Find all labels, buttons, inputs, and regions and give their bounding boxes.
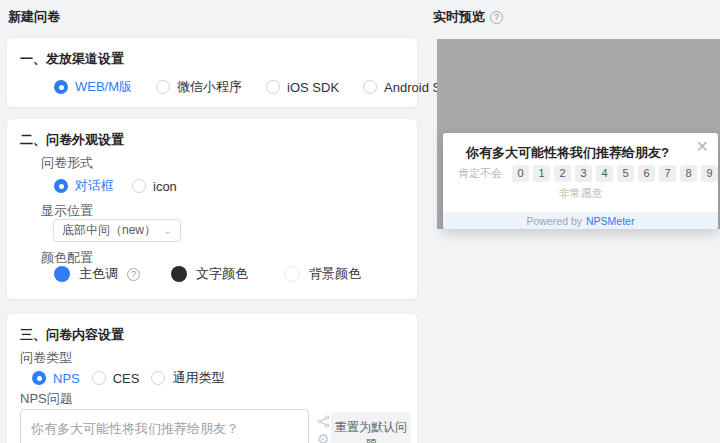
live-preview-label: 实时预览 xyxy=(433,8,485,26)
radio-icon xyxy=(363,80,377,94)
content-settings-card: 三、问卷内容设置 问卷类型 NPS CES 通用类型 NPS问题 你有多大可能性… xyxy=(6,313,418,443)
nps-score-1[interactable]: 1 xyxy=(533,165,550,182)
nps-question-input[interactable]: 你有多大可能性将我们推荐给朋友？ xyxy=(20,409,309,443)
preview-footer: Powered by NPSMeter xyxy=(443,212,718,229)
preview-question-text: 你有多大可能性将我们推荐给朋友? xyxy=(443,144,692,162)
radio-icon xyxy=(54,80,68,94)
powered-by-label: Powered by xyxy=(527,215,582,227)
radio-icon xyxy=(266,80,280,94)
radio-dialog[interactable]: 对话框 xyxy=(54,177,114,195)
nps-preview-card: 你有多大可能性将我们推荐给朋友? ✕ 肯定不会 0 1 2 3 4 5 6 7 … xyxy=(443,133,718,229)
npsmeter-brand-link[interactable]: NPSMeter xyxy=(586,215,634,227)
radio-label: 通用类型 xyxy=(172,369,224,387)
position-label: 显示位置 xyxy=(41,202,93,220)
nps-score-4[interactable]: 4 xyxy=(596,165,613,182)
position-select[interactable]: 底部中间（new） ⌄ xyxy=(53,219,181,242)
live-preview-title: 实时预览 ? xyxy=(433,8,503,26)
radio-icon xyxy=(132,179,146,193)
swatch-label: 文字颜色 xyxy=(196,265,248,283)
question-mark-icon[interactable]: ? xyxy=(490,11,503,24)
radio-generic-type[interactable]: 通用类型 xyxy=(151,369,224,387)
form-style-label: 问卷形式 xyxy=(41,154,93,172)
swatch-label: 主色调 xyxy=(79,265,118,283)
radio-ces[interactable]: CES xyxy=(92,371,140,386)
radio-label: iOS SDK xyxy=(287,80,339,95)
channel-radio-group: WEB/M版 微信小程序 iOS SDK Android SDK xyxy=(54,78,459,96)
nps-score-5[interactable]: 5 xyxy=(617,165,634,182)
radio-icon xyxy=(54,179,68,193)
section-title-appearance: 二、问卷外观设置 xyxy=(20,131,124,149)
color-swatch-primary[interactable]: 主色调 ? xyxy=(54,265,171,283)
scale-low-label: 肯定不会 xyxy=(458,166,502,181)
nps-score-2[interactable]: 2 xyxy=(554,165,571,182)
radio-nps[interactable]: NPS xyxy=(32,371,80,386)
survey-type-radio-group: NPS CES 通用类型 xyxy=(32,369,224,387)
nps-score-3[interactable]: 3 xyxy=(575,165,592,182)
nps-score-8[interactable]: 8 xyxy=(680,165,697,182)
close-icon[interactable]: ✕ xyxy=(696,139,709,155)
primary-color-swatch-icon xyxy=(54,266,70,282)
page-title: 新建问卷 xyxy=(8,8,60,26)
chevron-down-icon: ⌄ xyxy=(164,226,172,236)
radio-icon-style[interactable]: icon xyxy=(132,179,177,194)
radio-ios-sdk[interactable]: iOS SDK xyxy=(266,80,339,95)
color-swatch-background[interactable]: 背景颜色 xyxy=(284,265,361,283)
radio-icon xyxy=(32,371,46,385)
radio-label: icon xyxy=(153,179,177,194)
gear-icon[interactable]: ⚙ xyxy=(317,432,330,443)
section-title-channel: 一、发放渠道设置 xyxy=(20,50,124,68)
radio-icon xyxy=(151,371,165,385)
share-icon[interactable] xyxy=(317,415,330,428)
survey-type-label: 问卷类型 xyxy=(20,349,72,367)
form-style-radio-group: 对话框 icon xyxy=(54,177,177,195)
channel-settings-card: 一、发放渠道设置 WEB/M版 微信小程序 iOS SDK Android SD… xyxy=(6,37,418,108)
radio-label: NPS xyxy=(53,371,80,386)
scale-high-label: 非常愿意 xyxy=(443,186,718,201)
nps-scale-row: 肯定不会 0 1 2 3 4 5 6 7 8 9 10 xyxy=(458,163,720,183)
text-color-swatch-icon xyxy=(171,266,187,282)
radio-wechat-miniprogram[interactable]: 微信小程序 xyxy=(156,78,242,96)
radio-icon xyxy=(156,80,170,94)
position-select-value: 底部中间（new） xyxy=(62,222,156,239)
nps-question-label: NPS问题 xyxy=(20,390,73,408)
radio-web-m[interactable]: WEB/M版 xyxy=(54,78,132,96)
color-swatch-text[interactable]: 文字颜色 xyxy=(171,265,284,283)
radio-label: 微信小程序 xyxy=(177,78,242,96)
radio-icon xyxy=(92,371,106,385)
radio-label: 对话框 xyxy=(75,177,114,195)
color-swatch-row: 主色调 ? 文字颜色 背景颜色 xyxy=(54,265,361,283)
section-title-content: 三、问卷内容设置 xyxy=(20,326,124,344)
nps-score-6[interactable]: 6 xyxy=(638,165,655,182)
nps-score-9[interactable]: 9 xyxy=(701,165,718,182)
reset-default-question-button[interactable]: 重置为默认问题 xyxy=(331,412,411,443)
nps-score-0[interactable]: 0 xyxy=(512,165,529,182)
appearance-settings-card: 二、问卷外观设置 问卷形式 对话框 icon 显示位置 底部中间（new） ⌄ … xyxy=(6,118,418,300)
swatch-label: 背景颜色 xyxy=(309,265,361,283)
radio-label: CES xyxy=(113,371,140,386)
background-color-swatch-icon xyxy=(284,266,300,282)
nps-score-7[interactable]: 7 xyxy=(659,165,676,182)
question-mark-icon[interactable]: ? xyxy=(127,268,140,281)
radio-label: WEB/M版 xyxy=(75,78,132,96)
